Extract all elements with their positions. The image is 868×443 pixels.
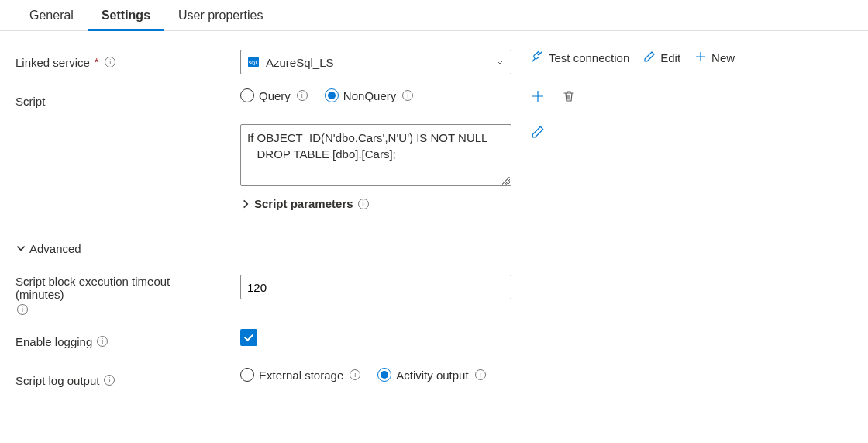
chevron-down-icon <box>16 243 26 254</box>
plus-icon <box>694 50 707 65</box>
script-label: Script <box>16 95 45 108</box>
timeout-input[interactable] <box>240 275 512 299</box>
nonquery-label: NonQuery <box>343 89 396 102</box>
tab-user-properties[interactable]: User properties <box>164 1 277 31</box>
info-icon[interactable]: i <box>475 369 486 380</box>
script-type-query[interactable]: Query i <box>240 88 308 102</box>
edit-label: Edit <box>660 51 680 64</box>
test-connection-button[interactable]: Test connection <box>530 50 629 66</box>
radio-icon <box>240 88 254 102</box>
svg-text:SQL: SQL <box>248 60 258 66</box>
linked-service-label: Linked service <box>16 56 90 69</box>
sql-icon: SQL <box>247 56 260 68</box>
settings-panel: Linked service * i SQL AzureSql_LS Test … <box>0 31 868 393</box>
script-parameters-expander[interactable]: Script parameters i <box>240 197 369 210</box>
chevron-down-icon <box>495 57 505 67</box>
log-output-activity[interactable]: Activity output i <box>377 368 485 382</box>
advanced-label: Advanced <box>29 242 81 255</box>
info-icon[interactable]: i <box>105 57 115 67</box>
enable-logging-label: Enable logging <box>16 335 92 348</box>
pencil-icon <box>643 50 656 65</box>
info-icon[interactable]: i <box>104 375 115 386</box>
query-label: Query <box>259 89 291 102</box>
edit-button[interactable]: Edit <box>643 50 680 65</box>
timeout-label: Script block execution timeout (minutes) <box>16 275 217 301</box>
delete-script-button[interactable] <box>561 88 577 104</box>
tab-general[interactable]: General <box>16 1 88 31</box>
enable-logging-checkbox[interactable] <box>240 329 257 346</box>
external-storage-label: External storage <box>259 369 343 382</box>
info-icon[interactable]: i <box>97 336 108 347</box>
advanced-expander[interactable]: Advanced <box>16 242 81 255</box>
info-icon[interactable]: i <box>297 90 308 101</box>
add-script-button[interactable] <box>530 88 546 104</box>
activity-output-label: Activity output <box>396 369 468 382</box>
info-icon[interactable]: i <box>17 304 28 315</box>
radio-icon <box>325 88 339 102</box>
linked-service-value: AzureSql_LS <box>266 56 489 69</box>
tabs: General Settings User properties <box>0 0 868 31</box>
test-connection-label: Test connection <box>549 51 629 64</box>
radio-icon <box>240 368 254 382</box>
edit-script-button[interactable] <box>530 124 546 140</box>
new-label: New <box>711 51 735 64</box>
required-asterisk: * <box>95 56 98 68</box>
info-icon[interactable]: i <box>402 90 413 101</box>
radio-icon <box>377 368 391 382</box>
plug-icon <box>530 50 544 66</box>
script-type-nonquery[interactable]: NonQuery i <box>325 88 413 102</box>
tab-settings[interactable]: Settings <box>88 1 164 31</box>
log-output-label: Script log output <box>16 374 99 387</box>
chevron-right-icon <box>240 199 251 209</box>
script-parameters-label: Script parameters <box>254 197 353 210</box>
linked-service-dropdown[interactable]: SQL AzureSql_LS <box>240 50 512 74</box>
info-icon[interactable]: i <box>358 199 369 209</box>
new-button[interactable]: New <box>694 50 735 65</box>
log-output-external[interactable]: External storage i <box>240 368 360 382</box>
script-textarea[interactable]: If OBJECT_ID(N'dbo.Cars',N'U') IS NOT NU… <box>240 124 512 186</box>
info-icon[interactable]: i <box>350 369 360 380</box>
